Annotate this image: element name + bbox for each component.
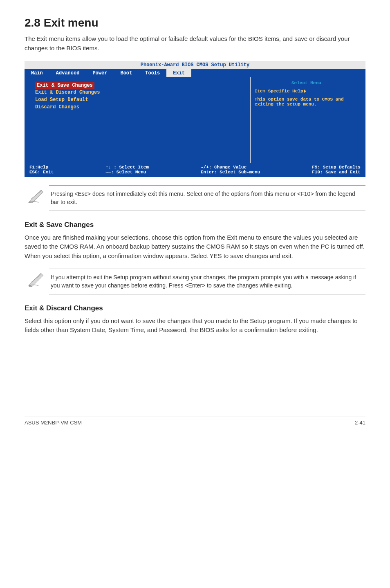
bios-right-panel: Select Menu Item Specific Help This opti… (251, 77, 362, 163)
footer-col-3: -/+: Change ValueEnter: Select Sub-menu (201, 165, 260, 175)
tab-boot: Boot (114, 69, 139, 77)
footer-left: ASUS M2NBP-VM CSM (25, 420, 82, 426)
menu-item-exit-save: Exit & Save Changes (35, 82, 94, 89)
page-footer: ASUS M2NBP-VM CSM 2-41 (25, 417, 365, 426)
tab-tools: Tools (139, 69, 166, 77)
subhead-exit-save: Exit & Save Changes (25, 221, 365, 229)
note-esc: Pressing <Esc> does not immediately exit… (25, 185, 365, 211)
section-intro: The Exit menu items allow you to load th… (25, 34, 365, 53)
menu-item-discard-changes: Discard Changes (35, 103, 242, 111)
footer-f10: F10: Save and Exit (312, 170, 361, 175)
bios-body: Exit & Save Changes Exit & Discard Chang… (28, 77, 362, 163)
subhead-exit-discard: Exit & Discard Changes (25, 304, 365, 312)
note-esc-text: Pressing <Esc> does not immediately exit… (49, 185, 365, 211)
body-exit-discard: Select this option only if you do not wa… (25, 316, 365, 335)
help-specific: Item Specific Help (255, 89, 358, 94)
footer-updown: ↑↓ : Select Item (105, 165, 149, 170)
footer-change: -/+: Change Value (201, 165, 247, 170)
pencil-icon (25, 269, 49, 287)
pencil-icon (25, 185, 49, 203)
footer-f1: F1:Help (29, 165, 48, 170)
arrow-right-icon (304, 90, 306, 93)
footer-esc: ESC: Exit (29, 170, 54, 175)
menu-item-exit-discard: Exit & Discard Changes (35, 89, 242, 96)
bios-title: Phoenix-Award BIOS CMOS Setup Utility (25, 61, 365, 69)
help-specific-label: Item Specific Help (255, 89, 303, 94)
tab-exit: Exit (166, 69, 191, 77)
menu-item-load-default: Load Setup Default (35, 96, 242, 103)
footer-right: 2-41 (355, 420, 365, 426)
body-exit-save: Once you are finished making your select… (25, 233, 365, 261)
footer-col-1: F1:HelpESC: Exit (29, 165, 54, 175)
tab-main: Main (25, 69, 49, 77)
footer-leftright: →←: Select Menu (105, 170, 146, 175)
help-body: This option save data to CMOS and exitin… (255, 97, 358, 107)
help-title: Select Menu (255, 81, 358, 85)
footer-col-4: F5: Setup DefaultsF10: Save and Exit (312, 165, 361, 175)
bios-menubar: Main Advanced Power Boot Tools Exit (25, 69, 365, 77)
footer-col-2: ↑↓ : Select Item→←: Select Menu (105, 165, 149, 175)
bios-screenshot: Phoenix-Award BIOS CMOS Setup Utility Ma… (25, 61, 365, 177)
footer-f5: F5: Setup Defaults (312, 165, 361, 170)
tab-power: Power (86, 69, 114, 77)
section-title: 2.8 Exit menu (25, 16, 365, 29)
note-exit-prompt-text: If you attempt to exit the Setup program… (49, 269, 365, 294)
footer-enter: Enter: Select Sub-menu (201, 170, 260, 175)
bios-footer: F1:HelpESC: Exit ↑↓ : Select Item→←: Sel… (25, 163, 365, 175)
note-exit-prompt: If you attempt to exit the Setup program… (25, 269, 365, 294)
tab-advanced: Advanced (49, 69, 86, 77)
bios-left-panel: Exit & Save Changes Exit & Discard Chang… (28, 77, 251, 163)
